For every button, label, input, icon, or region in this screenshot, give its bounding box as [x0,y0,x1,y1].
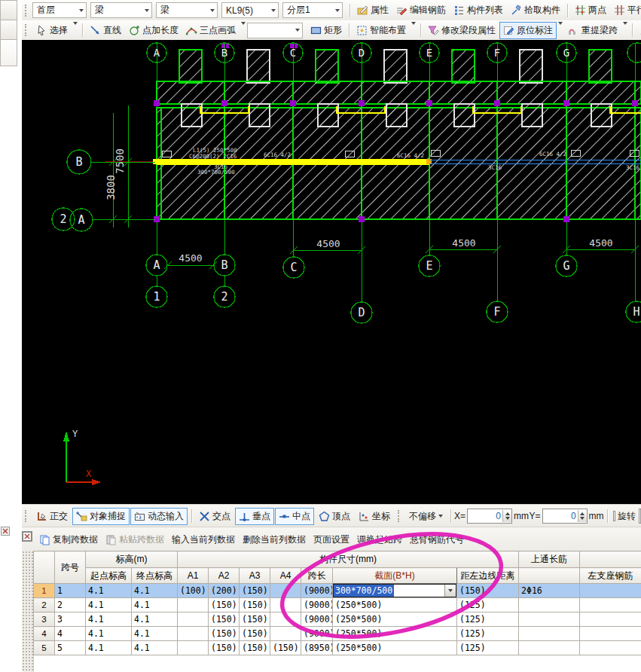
table-row[interactable]: 5 5 4.1 4.1 (150) (150) (150) (8950) (25… [34,641,641,655]
col-a4[interactable]: A4 [270,568,301,584]
x-spinner[interactable] [502,510,511,522]
y-spinner[interactable] [578,510,587,522]
separator [191,509,192,523]
col-section[interactable]: 截面(B*H) [333,568,457,584]
midpoint-snap-button[interactable]: 中点 [275,508,314,525]
dock-tab[interactable] [0,20,17,40]
col-left-support-bar[interactable]: 左支座钢筋 [580,568,641,584]
panel-grip-strip[interactable] [22,551,34,672]
edit-rebar-button[interactable]: 编辑钢筋 [392,2,450,19]
dock-pin-icon[interactable] [1,527,10,536]
row-selector[interactable]: 2 [34,598,55,612]
separator [450,509,451,523]
row-selector[interactable]: 5 [34,641,55,655]
in-situ-annotation-button[interactable]: 原位标注 [499,22,557,39]
coordinate-button[interactable]: 坐标 [355,508,394,525]
swap-start-span-button[interactable]: 调换起始跨 [353,532,406,548]
properties-button[interactable]: 属性 [353,2,392,19]
header-blank [519,568,580,584]
layer-select[interactable]: 分层1 [282,2,343,18]
input-current-column-button[interactable]: 输入当前列数据 [168,532,239,548]
two-points-button[interactable]: 两点 [571,2,610,19]
row-selector[interactable]: 3 [34,612,55,627]
in-situ-annotation-dropdown[interactable] [557,25,564,35]
group-size[interactable]: 构件尺寸(mm) [178,551,519,568]
delete-current-column-button[interactable]: 删除当前列数据 [239,532,310,548]
separator [567,4,568,17]
svg-text:C: C [290,47,296,59]
rotate-checkbox[interactable] [613,511,615,521]
col-end-elev[interactable]: 终点标高 [132,568,178,584]
type-select[interactable]: 梁 [156,2,218,18]
smart-layout-button[interactable]: 智能布置 [353,22,410,39]
intersection-icon [199,511,210,522]
col-span-length[interactable]: 跨长 [301,568,333,584]
select-tool-button[interactable]: 选择 [32,22,72,39]
col-top-through-bar[interactable]: 上通长筋 [519,551,580,568]
smart-layout-dropdown[interactable] [410,25,417,35]
separator [420,23,421,37]
category-select[interactable]: 梁 [90,2,152,18]
combo-dropdown-button[interactable] [444,585,456,597]
y-coordinate-input[interactable] [542,509,588,524]
re-pick-beam-span-button[interactable]: 重提梁跨 [564,22,621,39]
table-row[interactable]: 4 4 4.1 4.1 (150) (150) (9000) (250*500)… [34,627,641,641]
object-snap-button[interactable]: 对象捕捉 [72,508,130,525]
dock-tab[interactable] [0,0,17,20]
svg-text:A: A [153,258,160,272]
rectangle-tool-button[interactable]: 矩形 [307,22,346,39]
table-row[interactable]: 1 1 4.1 4.1 (100) (200) (150) (9000) 300… [34,584,641,598]
paste-span-data-button[interactable]: 粘贴跨数据 [102,532,168,548]
selected-beam[interactable] [157,159,429,165]
vertex-snap-button: 顶点 [315,508,354,525]
dynamic-input-button[interactable]: 动态输入 [130,508,188,525]
col-start-elev[interactable]: 起点标高 [86,568,132,584]
copy-span-data-button[interactable]: 复制跨数据 [35,532,102,548]
component-list-button[interactable]: 构件列表 [450,2,507,19]
ortho-button[interactable]: 正交 [32,508,72,525]
page-setup-button[interactable]: 页面设置 [310,532,353,548]
line-tool-button[interactable]: 直线 [86,22,125,39]
toolbar-grip[interactable] [25,24,29,36]
component-name-select[interactable]: KL9(5) [221,2,279,18]
col-span-no[interactable]: 跨号 [55,551,86,584]
table-row[interactable]: 3 3 4.1 4.1 (150) (150) (9000) (250*500)… [34,612,641,627]
offset-mode-select[interactable]: 不偏移 [405,508,447,525]
arc-dropdown[interactable] [240,25,247,35]
span-data-table[interactable]: 跨号 标高(m) 构件尺寸(mm) 上通长筋 起点标高 终点标高 A1 A2 A… [33,551,641,655]
cad-canvas[interactable]: L1(5) 250*500 C6@200(2) 2C16 6C16 4/2 6C… [22,40,641,504]
toolbar-grip[interactable] [25,510,29,522]
toolbar-grip[interactable] [398,510,401,522]
col-a2[interactable]: A2 [209,568,240,584]
col-left-edge-distance[interactable]: 距左边线距离 [457,568,519,584]
perpendicular-snap-button[interactable]: 垂点 [235,508,274,525]
row-selector[interactable]: 4 [34,627,55,641]
empty-combo[interactable] [247,23,303,38]
group-elevation[interactable]: 标高(m) [86,551,178,568]
section-edit-combo[interactable]: 300*700/500 [333,584,456,597]
dock-tab[interactable] [0,40,17,66]
re-pick-dropdown[interactable] [621,25,629,35]
col-a3[interactable]: A3 [240,568,270,584]
intersection-snap-button[interactable]: 交点 [195,508,234,525]
row-selector[interactable]: 1 [34,584,55,598]
cantilever-rebar-code-button[interactable]: 悬臂钢筋代号 [406,532,468,548]
pick-component-button[interactable]: 拾取构件 [507,2,564,19]
section-edit-value[interactable]: 300*700/500 [334,585,394,597]
span-data-toolbar: 复制跨数据 粘贴跨数据 输入当前列数据 删除当前列数据 页面设置 调换起始跨 悬… [22,527,641,552]
point-add-length-button[interactable]: 点加长度 [125,22,182,39]
select-dropdown[interactable] [72,25,79,35]
chevron-down-icon [295,29,300,32]
close-pane-icon[interactable] [22,531,32,542]
table-row[interactable]: 2 2 4.1 4.1 (150) (150) (9000) (250*500)… [34,598,641,612]
beam-span-data-button[interactable]: 梁跨数 [636,22,641,39]
midpoint-icon [279,511,290,522]
x-coordinate-input[interactable] [467,509,512,524]
chevron-down-icon [271,9,276,12]
modify-beam-segment-button[interactable]: 修改梁段属性 [424,22,499,39]
parallel-button[interactable]: 平行 [610,2,641,19]
toolbar-grip[interactable] [25,5,29,17]
col-a1[interactable]: A1 [178,568,209,584]
three-point-arc-button[interactable]: 三点画弧 [182,22,240,39]
floor-select[interactable]: 首层 [32,2,87,18]
